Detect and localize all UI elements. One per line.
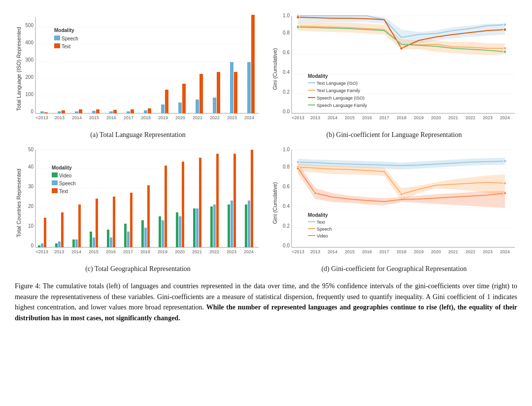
figure-number: Figure 4: [15, 282, 40, 290]
svg-text:2024: 2024 [244, 249, 254, 254]
svg-rect-26 [144, 110, 147, 113]
svg-rect-126 [75, 239, 78, 247]
svg-rect-21 [96, 109, 100, 113]
svg-point-199 [503, 182, 506, 185]
svg-text:300: 300 [25, 57, 33, 63]
svg-text:0.0: 0.0 [283, 243, 290, 248]
svg-text:Gini (Cumulative): Gini (Cumulative) [272, 48, 278, 90]
svg-text:0.2: 0.2 [283, 223, 290, 229]
svg-rect-35 [217, 72, 220, 113]
svg-text:Speech: Speech [317, 227, 332, 232]
svg-text:0.4: 0.4 [283, 203, 290, 209]
svg-rect-23 [113, 110, 117, 113]
svg-text:Text: Text [317, 220, 325, 225]
svg-point-196 [503, 160, 506, 163]
svg-rect-136 [130, 193, 133, 247]
svg-rect-33 [200, 74, 203, 113]
svg-rect-22 [109, 111, 113, 113]
figure-caption: Figure 4: The cumulative totals (left) o… [15, 281, 517, 324]
svg-text:2014: 2014 [71, 249, 81, 254]
svg-text:2013: 2013 [310, 115, 320, 120]
svg-rect-37 [234, 72, 237, 113]
svg-point-82 [503, 50, 506, 53]
svg-point-75 [503, 23, 506, 26]
svg-text:2017: 2017 [124, 115, 133, 120]
svg-rect-56 [54, 43, 60, 48]
svg-rect-153 [231, 201, 233, 247]
svg-text:30: 30 [28, 184, 34, 189]
svg-text:2021: 2021 [193, 115, 202, 120]
svg-rect-19 [79, 109, 82, 113]
svg-rect-150 [213, 204, 216, 247]
svg-text:2017: 2017 [123, 249, 133, 254]
svg-text:Speech: Speech [59, 181, 76, 186]
svg-point-201 [314, 192, 317, 195]
svg-rect-16 [58, 111, 61, 113]
svg-text:<2013: <2013 [35, 115, 48, 120]
svg-text:10: 10 [28, 223, 34, 229]
svg-rect-29 [165, 90, 168, 113]
svg-text:2016: 2016 [106, 115, 116, 120]
svg-text:Speech Language Family: Speech Language Family [317, 103, 367, 108]
svg-text:Modality: Modality [54, 28, 74, 33]
svg-rect-32 [196, 100, 199, 113]
svg-rect-129 [93, 237, 95, 247]
svg-point-80 [503, 28, 506, 31]
svg-text:2013: 2013 [55, 115, 65, 120]
svg-rect-152 [228, 204, 230, 247]
chart-c: Total Countries Represented 0 10 20 30 4… [15, 144, 261, 262]
svg-text:0.8: 0.8 [283, 30, 290, 35]
svg-text:2023: 2023 [227, 115, 237, 120]
svg-rect-34 [213, 98, 216, 113]
svg-text:20: 20 [28, 203, 34, 209]
svg-text:2015: 2015 [89, 249, 99, 254]
svg-text:Video: Video [59, 173, 72, 178]
svg-rect-31 [182, 84, 186, 113]
svg-rect-149 [210, 206, 213, 247]
svg-point-200 [297, 167, 299, 170]
svg-rect-174 [52, 180, 58, 185]
svg-text:2015: 2015 [89, 115, 99, 120]
svg-rect-30 [178, 102, 182, 113]
svg-text:2024: 2024 [244, 115, 254, 120]
svg-rect-17 [62, 110, 65, 113]
svg-rect-25 [131, 109, 134, 113]
svg-text:2017: 2017 [379, 249, 389, 254]
svg-text:Modality: Modality [308, 212, 328, 218]
caption-d: (d) Gini-coefficient for Geographical Re… [321, 265, 466, 273]
panel-d: Gini (Cumulative) 0.0 0.2 0.4 0.6 0.8 1.… [271, 144, 517, 273]
svg-rect-125 [72, 239, 75, 247]
svg-text:0.4: 0.4 [283, 69, 290, 75]
caption-a: (a) Total Language Representation [90, 131, 186, 139]
figures-grid: Total Language (ISO) Represented 0 100 2… [15, 10, 517, 273]
svg-rect-15 [44, 112, 48, 113]
svg-text:1.0: 1.0 [283, 147, 290, 152]
svg-rect-157 [251, 150, 253, 247]
svg-rect-124 [61, 212, 64, 247]
svg-text:0.0: 0.0 [283, 109, 290, 114]
svg-rect-54 [54, 35, 60, 40]
svg-rect-143 [176, 212, 178, 247]
svg-rect-18 [75, 111, 78, 113]
svg-rect-122 [55, 243, 58, 247]
svg-text:2022: 2022 [466, 249, 475, 254]
svg-text:Gini (Cumulative): Gini (Cumulative) [272, 182, 278, 224]
panel-c: Total Countries Represented 0 10 20 30 4… [15, 144, 261, 273]
svg-text:2022: 2022 [209, 249, 219, 254]
svg-text:Speech Language (ISO): Speech Language (ISO) [317, 96, 365, 101]
svg-text:40: 40 [28, 164, 34, 169]
svg-rect-147 [196, 208, 199, 247]
svg-text:2015: 2015 [345, 115, 355, 120]
svg-rect-14 [40, 111, 44, 113]
svg-text:2022: 2022 [210, 115, 220, 120]
svg-rect-38 [247, 62, 251, 113]
svg-rect-141 [162, 220, 164, 247]
svg-text:Modality: Modality [308, 73, 328, 79]
svg-text:2014: 2014 [72, 115, 82, 120]
svg-text:2017: 2017 [379, 115, 389, 120]
svg-rect-128 [90, 232, 92, 247]
svg-text:<2013: <2013 [35, 249, 48, 254]
svg-text:2016: 2016 [362, 249, 372, 254]
svg-rect-133 [113, 197, 115, 247]
svg-point-79 [400, 47, 403, 50]
